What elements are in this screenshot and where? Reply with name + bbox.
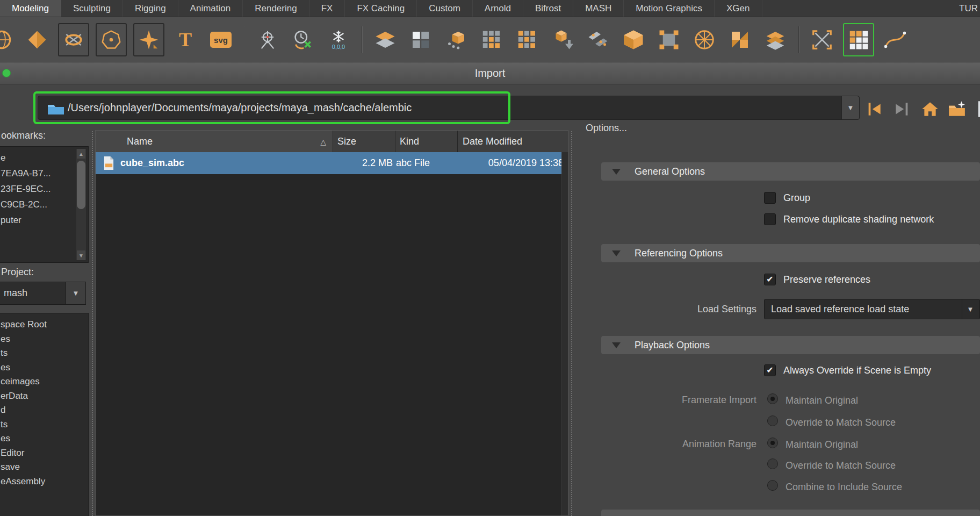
path-dropdown-button[interactable] — [841, 96, 859, 119]
section-bar-partial[interactable] — [601, 510, 980, 516]
forward-button[interactable] — [892, 99, 912, 119]
shelf-tab-mash[interactable]: MASH — [573, 0, 624, 17]
shelf-tab-bifrost[interactable]: Bifrost — [523, 0, 573, 17]
checker-pattern-icon[interactable] — [406, 24, 435, 55]
list-view-button[interactable] — [974, 99, 980, 119]
scroll-up-icon[interactable] — [77, 149, 85, 159]
collapse-triangle-icon[interactable] — [612, 342, 621, 348]
load-settings-dropdown[interactable]: Load saved reference load state — [764, 299, 980, 319]
shelf-tab-rigging[interactable]: Rigging — [123, 0, 178, 17]
project-folder-item[interactable]: Editor — [0, 446, 88, 461]
column-header-date-modified[interactable]: Date Modified — [457, 131, 568, 152]
load-settings-label: Load Settings — [618, 304, 756, 315]
section-bar-general-options[interactable]: General Options — [601, 162, 980, 181]
bake-instancer-icon[interactable] — [548, 24, 577, 55]
project-folder-item[interactable]: ceimages — [0, 375, 88, 389]
project-folder-item[interactable]: space Root — [0, 318, 88, 332]
curve-pencil-icon[interactable] — [881, 24, 910, 55]
file-list-scrollbar[interactable] — [561, 152, 568, 515]
shelf-tab-custom[interactable]: Custom — [417, 0, 473, 17]
radial-array-icon[interactable] — [690, 24, 719, 55]
shelf-tab-sculpting[interactable]: Sculpting — [61, 0, 123, 17]
remove-duplicate-shading-checkbox[interactable] — [764, 213, 776, 225]
svg-tool-label: svg — [210, 32, 232, 48]
project-folder-item[interactable]: erData — [0, 389, 88, 404]
construction-plane-icon[interactable] — [253, 24, 282, 55]
center-pivot-icon[interactable] — [289, 24, 318, 55]
id-grid-icon[interactable] — [513, 24, 542, 55]
scrollbar-thumb[interactable] — [77, 161, 85, 209]
shelf-icon-row: T svg 0,0,0 — [0, 17, 980, 63]
project-folder-item[interactable]: save — [0, 460, 88, 475]
shelf-separator — [362, 26, 362, 53]
framerate-maintain-original-radio[interactable] — [767, 393, 778, 404]
project-dropdown-arrow-button[interactable] — [66, 282, 85, 304]
sort-ascending-icon[interactable] — [320, 131, 326, 153]
instancer-icon[interactable] — [442, 24, 471, 55]
sidebar-splitter[interactable] — [92, 131, 93, 516]
project-dropdown[interactable]: mash — [0, 282, 86, 305]
load-settings-arrow-button[interactable] — [964, 299, 976, 319]
section-bar-playback-options[interactable]: Playback Options — [601, 336, 980, 354]
animrange-override-to-match-source-radio[interactable] — [767, 458, 778, 469]
file-row-selected[interactable]: cube_sim.abc 2.2 MB abc File 05/04/2019 … — [96, 152, 568, 174]
project-folder-item[interactable]: es — [0, 332, 88, 347]
project-folder-item[interactable]: ts — [0, 418, 88, 432]
type-tool-icon[interactable]: T — [171, 24, 200, 55]
column-header-size[interactable]: Size — [333, 131, 395, 152]
freeze-transform-icon[interactable]: 0,0,0 — [324, 24, 353, 55]
bookmark-item[interactable]: 23FE-9EC... — [0, 181, 88, 197]
bookmark-item[interactable]: 7EA9A-B7... — [0, 166, 88, 181]
poly-prism-icon[interactable] — [96, 23, 127, 56]
project-folder-item[interactable]: ts — [0, 346, 88, 361]
poly-star-icon[interactable] — [133, 23, 164, 56]
poly-sphere-icon[interactable] — [0, 24, 16, 55]
shelf-tab-modeling[interactable]: Modeling — [0, 0, 61, 17]
shelf-tab-fx-caching[interactable]: FX Caching — [345, 0, 417, 17]
column-header-kind[interactable]: Kind — [395, 131, 457, 152]
animrange-combine-to-include-source-radio[interactable] — [767, 480, 778, 491]
distribute-planes-icon[interactable] — [583, 24, 612, 55]
poly-cube-icon[interactable] — [23, 24, 52, 55]
mash-network-icon[interactable] — [371, 24, 400, 55]
replicate-grid-icon[interactable] — [477, 24, 506, 55]
project-folder-item[interactable]: eAssembly — [0, 475, 88, 489]
bookmark-item[interactable]: C9CB-2C... — [0, 197, 88, 212]
bookmark-item[interactable]: e — [0, 150, 88, 166]
stack-planes-icon[interactable] — [761, 24, 790, 55]
svg-tool-icon[interactable]: svg — [206, 24, 235, 55]
bounding-box-icon[interactable] — [654, 24, 683, 55]
shelf-tab-motion-graphics[interactable]: Motion Graphics — [624, 0, 715, 17]
framerate-override-to-match-source-radio[interactable] — [767, 415, 778, 426]
bookmarks-scrollbar[interactable] — [76, 148, 87, 261]
scroll-down-icon[interactable] — [77, 250, 85, 260]
always-override-checkbox[interactable] — [764, 364, 776, 376]
group-checkbox[interactable] — [764, 192, 776, 204]
project-folder-item[interactable]: es — [0, 432, 88, 446]
shelf-tab-arnold[interactable]: Arnold — [473, 0, 523, 17]
options-splitter[interactable] — [571, 131, 572, 516]
unfold-cube-icon[interactable] — [725, 24, 754, 55]
animrange-maintain-original-radio[interactable] — [767, 438, 778, 448]
selection-cage-icon[interactable] — [808, 24, 837, 55]
mash-grid-icon[interactable] — [843, 23, 874, 56]
shelf-tab-rendering[interactable]: Rendering — [243, 0, 309, 17]
shelf-tab-fx[interactable]: FX — [309, 0, 345, 17]
project-folder-item[interactable]: d — [0, 403, 88, 418]
back-bookmark-button[interactable] — [864, 99, 884, 119]
column-header-name[interactable]: Name — [96, 131, 333, 152]
shelf-tab-turtle[interactable]: TUR — [947, 0, 980, 17]
shelf-tab-animation[interactable]: Animation — [178, 0, 243, 17]
section-bar-referencing-options[interactable]: Referencing Options — [601, 244, 980, 262]
mash-cube-icon[interactable] — [619, 24, 648, 55]
home-button[interactable] — [920, 99, 940, 119]
animrange-combine-to-include-source-label: Combine to Include Source — [786, 481, 902, 493]
collapse-triangle-icon[interactable] — [612, 169, 621, 175]
shelf-tab-xgen[interactable]: XGen — [715, 0, 762, 17]
poly-torus-icon[interactable] — [58, 23, 89, 56]
preserve-references-checkbox[interactable] — [764, 274, 776, 285]
project-folder-item[interactable]: es — [0, 361, 88, 375]
new-folder-button[interactable] — [947, 99, 967, 119]
collapse-triangle-icon[interactable] — [612, 250, 621, 256]
bookmark-item[interactable]: puter — [0, 212, 88, 228]
